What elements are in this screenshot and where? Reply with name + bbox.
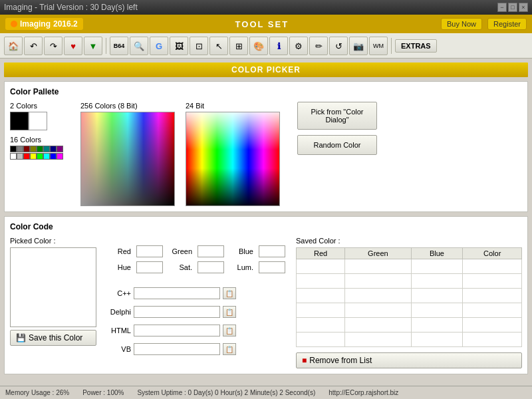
favorite-button[interactable]: ♥: [64, 37, 82, 55]
sat-input[interactable]: [198, 261, 224, 273]
separator-1: [106, 38, 106, 54]
palette-left: 2 Colors 16 Colors: [10, 102, 70, 160]
green-input[interactable]: [198, 245, 224, 257]
forward-button[interactable]: ↷: [44, 37, 63, 55]
tool-refresh[interactable]: ↺: [329, 37, 348, 55]
table-row: [297, 303, 522, 318]
tool-wm[interactable]: WM: [369, 37, 388, 55]
colorcode-section: Color Code Picked Color : 💾 Save this Co…: [4, 216, 528, 374]
minimize-button[interactable]: −: [497, 3, 507, 12]
extras-button[interactable]: EXTRAS: [395, 39, 437, 53]
blue-input[interactable]: [259, 245, 285, 257]
html-copy-button[interactable]: 📋: [223, 325, 236, 336]
url-status: http://ECorp.rajshort.biz: [329, 389, 398, 396]
lum-label: Lum.: [229, 263, 253, 271]
hue-input[interactable]: [136, 261, 163, 273]
maximize-button[interactable]: □: [508, 3, 517, 12]
delphi-copy-button[interactable]: 📋: [223, 306, 236, 318]
256-colors-label: 256 Colors (8 Bit): [80, 102, 175, 110]
buy-now-button[interactable]: Buy Now: [441, 18, 482, 30]
status-bar: Memory Usage : 26% Power : 100% System U…: [0, 386, 532, 399]
white-color-box[interactable]: [29, 112, 47, 130]
logo-icon: [11, 21, 17, 27]
palette-title: Color Pallete: [10, 87, 522, 96]
palette-inner: 2 Colors 16 Colors 256 Colors (8 Bit) 24…: [10, 102, 522, 206]
cpp-copy-button[interactable]: 📋: [223, 287, 236, 299]
html-label: HTML: [107, 327, 131, 334]
vb-copy-button[interactable]: 📋: [223, 343, 236, 355]
sixteen-colors-palette-row2[interactable]: [10, 153, 70, 160]
uptime-status: System Uptime : 0 Day(s) 0 Hour(s) 2 Min…: [137, 389, 315, 396]
colorcode-title: Color Code: [10, 222, 522, 231]
cpp-input[interactable]: [134, 287, 220, 299]
vb-input[interactable]: [134, 343, 220, 355]
tool-g[interactable]: G: [150, 37, 168, 55]
color-picker-header: COLOR PICKER: [4, 63, 528, 77]
table-row: [297, 332, 522, 347]
close-button[interactable]: ×: [519, 3, 528, 12]
cpp-label: C++: [107, 289, 131, 297]
tool-gear[interactable]: ⚙: [289, 37, 308, 55]
delphi-input[interactable]: [134, 306, 220, 318]
cpp-row: C++ 📋: [107, 286, 285, 301]
tool-image[interactable]: 🖼: [170, 37, 188, 55]
hsl-row: Hue Sat. Lum.: [107, 261, 285, 274]
tool-edit[interactable]: ✏: [309, 37, 328, 55]
tool-photo[interactable]: 📷: [349, 37, 368, 55]
pick-from-dialog-button[interactable]: Pick from "Color Dialog": [297, 102, 377, 130]
picked-label: Picked Color :: [10, 237, 96, 245]
saved-header-blue: Blue: [411, 248, 463, 259]
table-row: [297, 259, 522, 274]
lum-input[interactable]: [259, 261, 285, 273]
home-button[interactable]: 🏠: [4, 37, 23, 55]
back-button[interactable]: ↶: [24, 37, 43, 55]
black-color-box[interactable]: [10, 112, 29, 130]
tool-grid[interactable]: ⊞: [229, 37, 248, 55]
register-button[interactable]: Register: [487, 18, 527, 30]
24bit-color-spectrum[interactable]: [186, 112, 280, 206]
tool-select[interactable]: ↖: [209, 37, 228, 55]
remove-from-list-button[interactable]: ■ Remove from List: [296, 352, 522, 368]
memory-status: Memory Usage : 26%: [5, 389, 69, 396]
tool-color[interactable]: 🎨: [249, 37, 268, 55]
save-color-button[interactable]: 💾 Save this Color: [10, 330, 96, 346]
saved-label: Saved Color :: [296, 237, 522, 245]
24bit-color-area: 24 Bit: [186, 102, 280, 206]
palette-right: Pick from "Color Dialog" Random Color: [297, 102, 377, 155]
sixteen-colors-label: 16 Colors: [10, 136, 70, 144]
red-input[interactable]: [136, 245, 163, 257]
app-logo: Imaging 2016.2: [5, 18, 83, 30]
saved-header-green: Green: [345, 248, 411, 259]
title-bar: Imaging - Trial Version : 30 Day(s) left…: [0, 0, 532, 15]
save-icon: 💾: [16, 333, 26, 342]
vb-row: VB 📋: [107, 342, 285, 356]
tool-crop[interactable]: ⊡: [190, 37, 208, 55]
sixteen-colors-palette[interactable]: [10, 146, 70, 152]
sat-label: Sat.: [168, 263, 192, 271]
remove-icon: ■: [302, 356, 307, 365]
colorcode-inner: Picked Color : 💾 Save this Color Red Gre…: [10, 237, 522, 368]
html-row: HTML 📋: [107, 323, 285, 338]
saved-area: Saved Color : Red Green Blue Color: [296, 237, 522, 368]
two-colors-label: 2 Colors: [10, 102, 70, 110]
delphi-label: Delphi: [107, 308, 131, 316]
table-row: [297, 289, 522, 303]
toolbar: 🏠 ↶ ↷ ♥ ▼ B64 🔍 G 🖼 ⊡ ↖ ⊞ 🎨 ℹ ⚙ ✏ ↺ 📷 WM…: [0, 33, 532, 59]
down-button[interactable]: ▼: [84, 37, 102, 55]
title-text: Imaging - Trial Version : 30 Day(s) left: [4, 3, 497, 12]
color-inputs: Red Green Blue Hue Sat. Lum. C++ 📋: [107, 245, 285, 356]
picked-color-box: [10, 247, 96, 327]
app-bar: Imaging 2016.2 TOOL SET Buy Now Register: [0, 15, 532, 33]
tool-b64[interactable]: B64: [110, 37, 128, 55]
tool-search[interactable]: 🔍: [130, 37, 148, 55]
app-bar-title: TOOL SET: [83, 19, 441, 29]
app-bar-right: Buy Now Register: [441, 18, 527, 30]
palette-section: Color Pallete 2 Colors 16 Colors 256 Col…: [4, 81, 528, 212]
table-row: [297, 274, 522, 289]
html-input[interactable]: [134, 325, 220, 336]
24bit-colors-label: 24 Bit: [186, 102, 280, 110]
tool-info[interactable]: ℹ: [269, 37, 288, 55]
rgb-row: Red Green Blue: [107, 245, 285, 258]
256-color-spectrum[interactable]: [80, 112, 175, 206]
random-color-button[interactable]: Random Color: [297, 135, 377, 155]
